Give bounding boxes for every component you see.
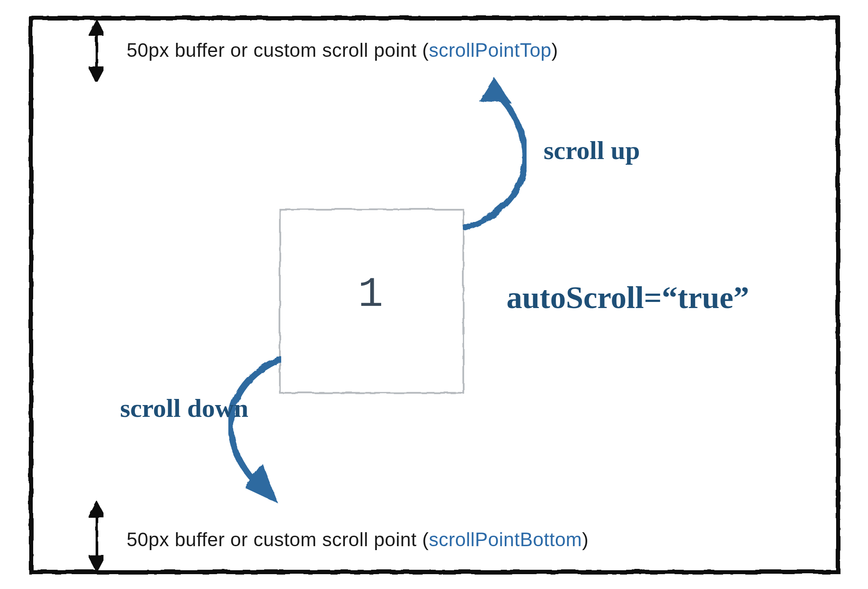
- bottom-buffer-close: ): [582, 529, 589, 550]
- top-buffer-ref: scrollPointTop: [429, 39, 551, 61]
- scroll-up-label: scroll up: [544, 135, 640, 166]
- top-buffer-close: ): [551, 39, 558, 61]
- top-buffer-text: 50px buffer or custom scroll point (: [127, 39, 429, 61]
- bottom-buffer-ref: scrollPointBottom: [429, 529, 582, 550]
- scroll-down-label: scroll down: [120, 393, 248, 423]
- autoscroll-prop-label: autoScroll=“true”: [506, 280, 749, 316]
- diagram-stage: 1 50px buffer or custom scroll point (sc…: [0, 0, 868, 589]
- bottom-buffer-text: 50px buffer or custom scroll point (: [127, 529, 429, 550]
- bottom-buffer-label: 50px buffer or custom scroll point (scro…: [127, 529, 589, 551]
- top-buffer-label: 50px buffer or custom scroll point (scro…: [127, 39, 558, 61]
- svg-marker-11: [245, 463, 277, 502]
